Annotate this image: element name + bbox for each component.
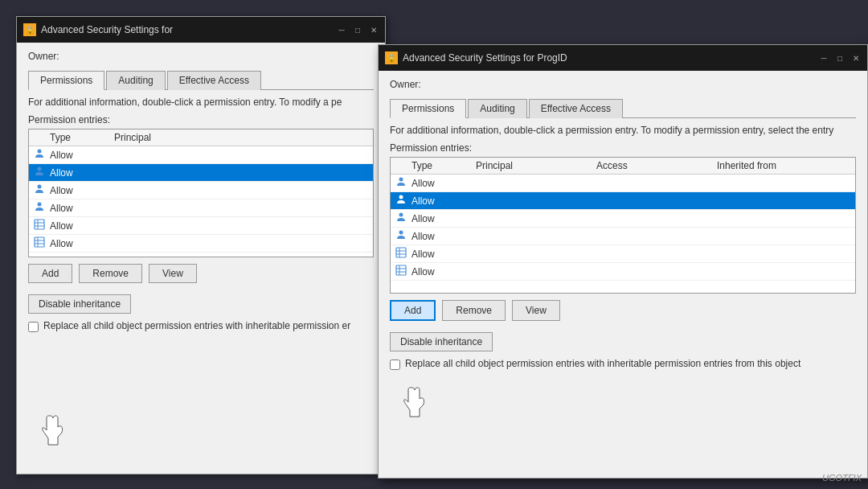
window2: 🔒 Advanced Security Settings for ProgID … [378,44,868,479]
svg-point-0 [38,150,42,154]
row-table-icon [395,247,411,261]
window2-perm-table: Type Principal Access Inherited from All… [390,157,856,294]
window1-owner-label: Owner: [28,51,59,62]
window2-add-button[interactable]: Add [390,300,436,321]
svg-point-2 [38,185,42,189]
row-user-icon [34,166,50,179]
table-row[interactable]: Allow [29,217,373,235]
window1-info-text: For additional information, double-click… [28,97,374,108]
table-row[interactable]: Allow [29,164,373,182]
row-type: Allow [50,185,114,196]
window1-icon: 🔒 [23,23,36,36]
window1-content: Owner: Permissions Auditing Effective Ac… [17,43,385,340]
row-type: Allow [411,195,476,207]
window1-tab-effective-access[interactable]: Effective Access [167,71,261,90]
window1-replace-checkbox[interactable] [28,322,39,332]
window1-perm-table: Type Principal Allow Allow [28,129,374,257]
svg-rect-4 [35,220,44,229]
window1-tab-permissions[interactable]: Permissions [28,71,104,90]
row-type: Allow [411,249,476,260]
row-table-icon [395,265,411,278]
window1-controls: ─ □ ✕ [337,25,379,35]
row-type: Allow [50,167,114,179]
window2-tab-permissions[interactable]: Permissions [390,99,466,118]
window1-disable-inheritance-button[interactable]: Disable inheritance [28,294,131,314]
table-row[interactable]: Allow [29,146,373,164]
svg-point-3 [38,203,42,207]
window2-tab-effective-access[interactable]: Effective Access [529,99,623,118]
table-row[interactable]: Allow [391,192,855,210]
window1-remove-button[interactable]: Remove [79,264,142,283]
table-row[interactable]: Allow [391,263,855,281]
table-row[interactable]: Allow [391,245,855,263]
window1-replace-label: Replace all child object permission entr… [43,320,350,331]
svg-point-15 [399,231,403,235]
row-table-icon [34,236,50,250]
window1: 🔒 Advanced Security Settings for ─ □ ✕ O… [16,16,386,475]
row-type: Allow [50,220,114,232]
window2-table-header: Type Principal Access Inherited from [391,158,855,175]
table-row[interactable]: Allow [29,199,373,217]
window2-col-access: Access [596,160,717,171]
window2-replace-checkbox[interactable] [390,360,400,370]
window2-col-principal: Principal [476,160,596,171]
window2-replace-label: Replace all child object permission entr… [405,358,800,369]
row-user-icon [34,148,50,162]
table-row[interactable]: Allow [391,210,855,228]
watermark: UGOTFIX [822,473,862,483]
row-type: Allow [50,150,114,161]
svg-rect-16 [396,248,406,257]
window1-view-button[interactable]: View [149,264,197,283]
window2-col-inherited: Inherited from [717,160,850,171]
svg-point-13 [399,195,403,199]
window2-minimize-btn[interactable]: ─ [819,53,829,63]
row-type: Allow [411,266,476,277]
window2-titlebar: 🔒 Advanced Security Settings for ProgID … [379,45,867,71]
window2-maximize-btn[interactable]: □ [835,53,845,63]
window1-titlebar: 🔒 Advanced Security Settings for ─ □ ✕ [17,17,385,43]
window1-col-icon [34,132,50,143]
svg-point-1 [38,167,42,171]
window2-icon: 🔒 [385,51,398,64]
window2-btn-row: Add Remove View [390,300,856,321]
window1-minimize-btn[interactable]: ─ [337,25,346,35]
row-type: Allow [50,203,114,214]
row-user-icon [395,194,411,208]
window1-tab-auditing[interactable]: Auditing [106,71,165,90]
window1-close-btn[interactable]: ✕ [369,25,379,35]
window2-owner-row: Owner: [390,79,856,90]
window2-view-button[interactable]: View [512,300,560,321]
table-row[interactable]: Allow [29,235,373,253]
window1-maximize-btn[interactable]: □ [353,25,362,35]
window1-add-button[interactable]: Add [28,264,72,283]
window2-disable-inheritance-button[interactable]: Disable inheritance [390,332,493,351]
row-type: Allow [411,178,476,189]
window1-col-principal: Principal [114,132,368,143]
row-user-icon [395,176,411,190]
table-row[interactable]: Allow [391,228,855,245]
table-row[interactable]: Allow [29,182,373,199]
window2-close-btn[interactable]: ✕ [851,53,861,63]
window2-controls: ─ □ ✕ [819,53,861,63]
table-row[interactable]: Allow [391,175,855,192]
window2-owner-label: Owner: [390,79,421,90]
window2-tab-auditing[interactable]: Auditing [468,99,526,118]
row-type: Allow [50,238,114,249]
window2-replace-checkbox-row: Replace all child object permission entr… [390,358,856,370]
window2-content: Owner: Permissions Auditing Effective Ac… [379,71,867,378]
window2-tabs: Permissions Auditing Effective Access [390,98,856,118]
svg-rect-20 [396,265,406,275]
window2-permission-entries-label: Permission entries: [390,142,856,154]
row-type: Allow [411,231,476,242]
row-user-icon [34,183,50,197]
row-user-icon [34,201,50,215]
window2-remove-button[interactable]: Remove [442,300,506,321]
window2-title: Advanced Security Settings for ProgID [403,52,819,64]
row-type: Allow [411,213,476,224]
window1-replace-checkbox-row: Replace all child object permission entr… [28,320,374,332]
window1-title: Advanced Security Settings for [41,24,337,35]
row-user-icon [395,229,411,243]
window2-col-type: Type [411,160,476,171]
row-table-icon [34,219,50,232]
window1-btn-row: Add Remove View [28,264,374,283]
